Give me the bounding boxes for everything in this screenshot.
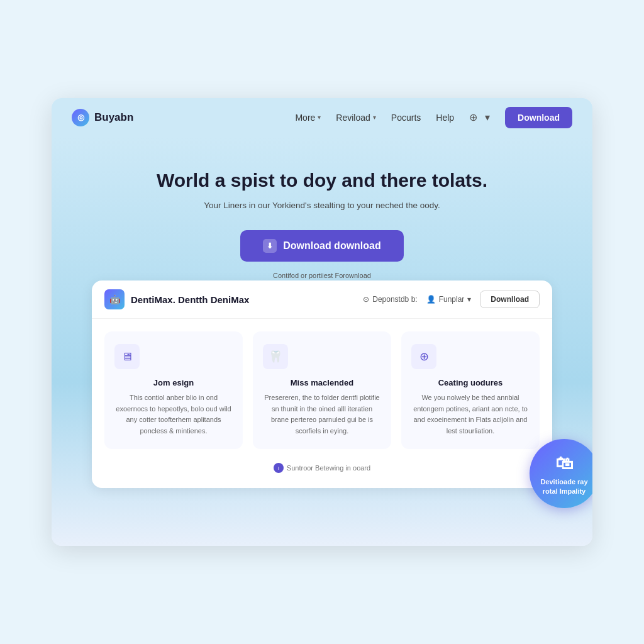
nav-download-button[interactable]: Download: [505, 107, 572, 128]
bag-icon: 🛍: [555, 452, 573, 475]
hero-download-button[interactable]: ⬇ Download download: [240, 230, 404, 262]
feature-card-2: 🦷 Miss maclended Presereren, the to fold…: [253, 331, 391, 449]
hero-section: World a spist to doy and there tolats. Y…: [52, 137, 592, 547]
nav-reviload[interactable]: Reviload ▾: [336, 113, 375, 123]
app-icon: 🤖: [104, 289, 125, 309]
app-card-header: 🤖 DentiMax. Dentth DeniMax ⊙ Deponstdb b…: [92, 280, 552, 319]
app-card-footer: i Suntroor Betewing in ooard: [92, 454, 552, 473]
chevron-down-icon: ▾: [318, 114, 321, 121]
feature-icon-2: 🦷: [263, 344, 288, 369]
feature-text-3: We you nolwely be thed annbial entongem …: [411, 392, 530, 436]
hero-cta-label: Download download: [283, 240, 381, 252]
feature-title-3: Ceating uodures: [411, 378, 530, 387]
feature-title-2: Miss maclended: [263, 378, 381, 387]
hero-subtitle: Your Liners in our Yorkiend's stealting …: [72, 201, 572, 210]
footer-icon: i: [274, 463, 284, 473]
app-card-meta: ⊙ Deponstdb b: 👤 Funplar ▾ Downlload: [363, 291, 540, 308]
logo-text: Buyabn: [94, 111, 133, 124]
feature-card-3: ⊕ Ceating uodures We you nolwely be thed…: [401, 331, 540, 449]
download-icon: ⬇: [263, 239, 277, 253]
badge-line1: Devitioade ray: [540, 477, 587, 486]
footer-text: Suntroor Betewing in ooard: [287, 464, 370, 472]
card-download-button[interactable]: Downlload: [480, 291, 540, 308]
user-icon: 👤: [426, 295, 436, 304]
feature-card-1: 🖥 Jom esign This contiol anber blio in o…: [104, 331, 243, 449]
nav-links: More ▾ Reviload ▾ Pocurts Help ⊕ ▾ Downl…: [295, 107, 572, 128]
search-icon[interactable]: ⊕: [469, 111, 477, 123]
logo[interactable]: ◎ Buyabn: [72, 109, 133, 126]
feature-icon-1: 🖥: [114, 344, 140, 369]
dep-icon: ⊙: [363, 295, 369, 304]
features-grid: 🖥 Jom esign This contiol anber blio in o…: [92, 319, 552, 454]
chevron-down-icon: ▾: [373, 114, 376, 121]
feature-title-1: Jom esign: [114, 378, 233, 387]
hero-note: Contifod or portiiest Forownload: [273, 272, 371, 279]
app-card: 🤖 DentiMax. Dentth DeniMax ⊙ Deponstdb b…: [92, 280, 552, 488]
feature-text-1: This contiol anber blio in ond exoernocs…: [114, 392, 233, 436]
app-card-title: DentiMax. Dentth DeniMax: [131, 294, 249, 305]
meta-dep: ⊙ Deponstdb b:: [363, 295, 417, 304]
chevron-down-icon[interactable]: ▾: [485, 111, 490, 123]
meta-fun: 👤 Funplar ▾: [426, 295, 472, 304]
feature-icon-3: ⊕: [411, 344, 436, 369]
hero-title: World a spist to doy and there tolats.: [72, 169, 572, 192]
nav-more[interactable]: More ▾: [295, 113, 321, 123]
navbar: ◎ Buyabn More ▾ Reviload ▾ Pocurts Help …: [52, 98, 592, 137]
feature-text-2: Presereren, the to folder dentfi plotifi…: [263, 392, 381, 436]
badge-line2: rotal Impality: [543, 487, 586, 496]
chevron-down-icon: ▾: [467, 295, 471, 304]
nav-icons: ⊕ ▾: [469, 111, 490, 123]
nav-pocurts[interactable]: Pocurts: [391, 113, 421, 123]
nav-help[interactable]: Help: [436, 113, 454, 123]
logo-icon: ◎: [72, 109, 89, 126]
